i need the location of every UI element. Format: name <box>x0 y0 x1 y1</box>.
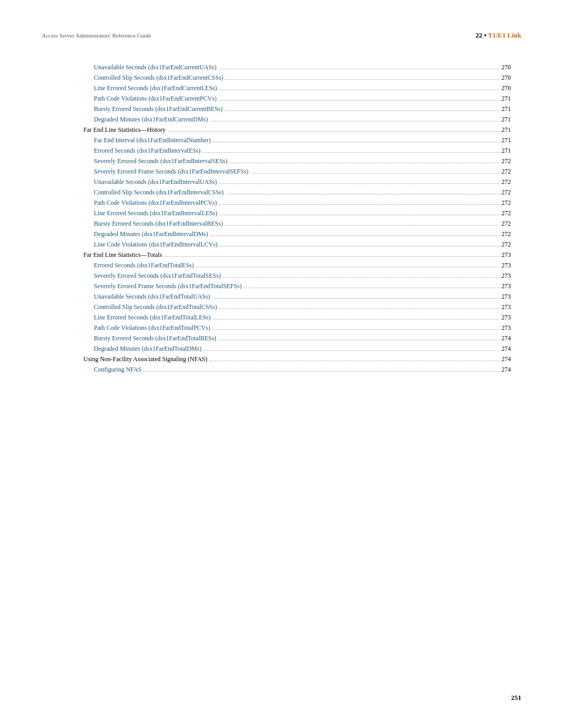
toc-entry: Degraded Minutes (dsx1FarEndTotalDMs)274 <box>83 344 511 353</box>
toc-dots <box>203 350 499 351</box>
toc-dots <box>225 110 499 111</box>
header-chapter-name: T1/E1 Link <box>488 31 521 39</box>
toc-entry: Line Errored Seconds (dsx1FarEndInterval… <box>83 208 511 218</box>
toc-page: 272 <box>501 188 511 197</box>
toc-entry: Controlled Slip Seconds (dsx1FarEndCurre… <box>83 73 511 82</box>
toc-entry: Severely Errored Seconds (dsx1FarEndTota… <box>83 271 511 280</box>
toc-entry: Far End Line Statistics—Totals273 <box>83 250 511 260</box>
toc-label: Degraded Minutes (dsx1FarEndTotalDMs) <box>94 344 201 353</box>
toc-page: 272 <box>501 229 511 239</box>
toc-label: Controlled Slip Seconds (dsx1FarEndCurre… <box>94 73 223 82</box>
toc-dots <box>213 142 499 142</box>
toc-entry: Far End Line Statistics—History271 <box>83 125 511 134</box>
toc-dots <box>219 215 499 215</box>
toc-entry: Bursty Errored Seconds (dsx1FarEndTotalB… <box>83 334 511 343</box>
page: Access Server Administrators' Reference … <box>0 0 563 728</box>
toc-label: Bursty Errored Seconds (dsx1FarEndTotalB… <box>94 334 216 343</box>
toc-label: Line Errored Seconds (dsx1FarEndCurrentL… <box>94 83 217 93</box>
toc-page: 273 <box>501 292 511 301</box>
toc-dots <box>219 204 499 205</box>
toc-entry: Errored Seconds (dsx1FarEndIntervalESs)2… <box>83 146 511 155</box>
toc-label: Using Non-Facility Associated Signaling … <box>83 354 207 364</box>
toc-page: 273 <box>501 313 511 322</box>
toc-dots <box>168 131 499 132</box>
toc-dots <box>219 183 499 184</box>
toc-label: Path Code Violations (dsx1FarEndInterval… <box>94 198 217 207</box>
toc-label: Controlled Slip Seconds (dsx1FarEndInter… <box>94 188 224 197</box>
toc-entry: Configuring NFAS274 <box>83 365 511 374</box>
toc-page: 273 <box>501 271 511 280</box>
toc-label: Controlled Slip Seconds (dsx1FarEndTotal… <box>94 302 217 312</box>
toc-page: 271 <box>501 94 511 103</box>
toc-page: 272 <box>501 177 511 187</box>
toc-page: 271 <box>501 104 511 114</box>
toc-label: Bursty Errored Seconds (dsx1FarEndInterv… <box>94 219 223 228</box>
toc-page: 270 <box>501 73 511 82</box>
toc-entry: Far End Interval (dsx1FarEndIntervalNumb… <box>83 135 511 145</box>
toc-entry: Controlled Slip Seconds (dsx1FarEndTotal… <box>83 302 511 312</box>
toc-label: Line Code Violations (dsx1FarEndInterval… <box>94 240 217 249</box>
toc-label: Far End Interval (dsx1FarEndIntervalNumb… <box>94 135 211 145</box>
toc-label: Far End Line Statistics—Totals <box>83 250 162 260</box>
toc-label: Unavailable Seconds (dsx1FarEndTotalUASs… <box>94 292 210 301</box>
toc-entry: Severely Errored Seconds (dsx1FarEndInte… <box>83 156 511 166</box>
toc-label: Path Code Violations (dsx1FarEndTotalPCV… <box>94 323 210 332</box>
toc-page: 272 <box>501 208 511 218</box>
toc-entry: Controlled Slip Seconds (dsx1FarEndInter… <box>83 188 511 197</box>
toc-dots <box>219 246 499 246</box>
toc-entry: Path Code Violations (dsx1FarEndTotalPCV… <box>83 323 511 332</box>
toc-label: Path Code Violations (dsx1FarEndCurrentP… <box>94 94 216 103</box>
page-header: Access Server Administrators' Reference … <box>42 31 521 42</box>
toc-entry: Line Errored Seconds (dsx1FarEndTotalLES… <box>83 313 511 322</box>
toc-label: Configuring NFAS <box>94 365 141 374</box>
toc-entry: Degraded Minutes (dsx1FarEndCurrentDMs)2… <box>83 115 511 124</box>
toc-page: 272 <box>501 167 511 176</box>
toc-page: 271 <box>501 135 511 145</box>
toc-entry: Degraded Minutes (dsx1FarEndIntervalDMs)… <box>83 229 511 239</box>
toc-dots <box>226 194 499 194</box>
toc-dots <box>218 100 499 101</box>
toc-dots <box>251 173 499 174</box>
toc-page: 272 <box>501 240 511 249</box>
toc-page: 274 <box>501 365 511 374</box>
toc-dots <box>218 69 499 69</box>
toc-container: Unavailable Seconds (dsx1FarEndCurrentUA… <box>42 63 521 374</box>
toc-page: 270 <box>501 63 511 72</box>
toc-entry: Unavailable Seconds (dsx1FarEndIntervalU… <box>83 177 511 187</box>
toc-page: 274 <box>501 354 511 364</box>
toc-label: Far End Line Statistics—History <box>83 125 166 134</box>
toc-entry: Unavailable Seconds (dsx1FarEndTotalUASs… <box>83 292 511 301</box>
header-left-text: Access Server Administrators' Reference … <box>42 32 151 39</box>
toc-page: 273 <box>501 302 511 312</box>
toc-page: 270 <box>501 83 511 93</box>
toc-page: 272 <box>501 156 511 166</box>
toc-label: Degraded Minutes (dsx1FarEndCurrentDMs) <box>94 115 208 124</box>
toc-dots <box>196 267 499 267</box>
toc-dots <box>218 340 499 340</box>
toc-entry: Bursty Errored Seconds (dsx1FarEndCurren… <box>83 104 511 114</box>
toc-dots <box>143 371 499 372</box>
toc-page: 272 <box>501 219 511 228</box>
toc-dots <box>212 329 499 330</box>
toc-page: 273 <box>501 281 511 291</box>
toc-label: Line Errored Seconds (dsx1FarEndInterval… <box>94 208 217 218</box>
toc-label: Unavailable Seconds (dsx1FarEndCurrentUA… <box>94 63 216 72</box>
toc-dots <box>212 298 499 299</box>
toc-page: 273 <box>501 323 511 332</box>
toc-dots <box>225 79 499 80</box>
toc-entry: Unavailable Seconds (dsx1FarEndCurrentUA… <box>83 63 511 72</box>
toc-page: 273 <box>501 261 511 270</box>
header-chapter-prefix: 22 • <box>475 31 488 39</box>
toc-dots <box>223 277 499 278</box>
toc-label: Severely Errored Seconds (dsx1FarEndInte… <box>94 156 227 166</box>
toc-label: Degraded Minutes (dsx1FarEndIntervalDMs) <box>94 229 208 239</box>
toc-page: 271 <box>501 146 511 155</box>
toc-dots <box>210 121 499 121</box>
toc-label: Severely Errored Frame Seconds (dsx1FarE… <box>94 281 242 291</box>
toc-entry: Using Non-Facility Associated Signaling … <box>83 354 511 364</box>
toc-entry: Line Code Violations (dsx1FarEndInterval… <box>83 240 511 249</box>
toc-label: Severely Errored Frame Seconds (dsx1FarE… <box>94 167 249 176</box>
toc-label: Errored Seconds (dsx1FarEndTotalESs) <box>94 261 194 270</box>
toc-dots <box>164 256 499 257</box>
toc-label: Errored Seconds (dsx1FarEndIntervalESs) <box>94 146 201 155</box>
